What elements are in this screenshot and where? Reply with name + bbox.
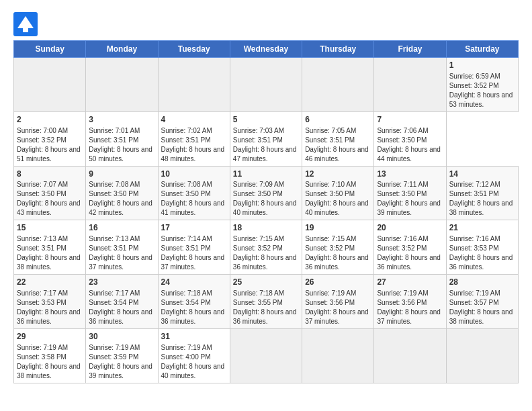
- daylight-text: Daylight: 8 hours and 48 minutes.: [161, 146, 225, 163]
- sunset-text: Sunset: 3:53 PM: [449, 244, 499, 252]
- daylight-text: Daylight: 8 hours and 53 minutes.: [449, 91, 513, 108]
- sunrise-text: Sunrise: 7:06 AM: [377, 127, 428, 134]
- day-number: 19: [305, 222, 371, 234]
- daylight-text: Daylight: 8 hours and 42 minutes.: [89, 199, 152, 216]
- sunrise-text: Sunrise: 7:13 AM: [17, 235, 68, 242]
- daylight-text: Daylight: 8 hours and 40 minutes.: [305, 199, 369, 216]
- sunset-text: Sunset: 4:00 PM: [161, 353, 211, 361]
- sunrise-text: Sunrise: 7:19 AM: [377, 289, 428, 297]
- sunset-text: Sunset: 3:51 PM: [449, 190, 499, 197]
- day-number: 2: [17, 114, 83, 126]
- calendar-week-6: 29Sunrise: 7:19 AMSunset: 3:58 PMDayligh…: [14, 328, 519, 383]
- sunset-text: Sunset: 3:51 PM: [233, 136, 283, 144]
- day-number: 27: [377, 277, 443, 288]
- sunrise-text: Sunrise: 7:16 AM: [449, 235, 500, 242]
- day-number: 16: [89, 222, 154, 234]
- daylight-text: Daylight: 8 hours and 38 minutes.: [449, 199, 513, 216]
- daylight-text: Daylight: 8 hours and 36 minutes.: [449, 254, 513, 271]
- sunset-text: Sunset: 3:52 PM: [305, 244, 355, 252]
- daylight-text: Daylight: 8 hours and 50 minutes.: [89, 146, 152, 163]
- weekday-header-thursday: Thursday: [302, 41, 374, 58]
- day-number: 21: [449, 222, 515, 234]
- daylight-text: Daylight: 8 hours and 37 minutes.: [161, 254, 225, 271]
- sunrise-text: Sunrise: 7:16 AM: [377, 235, 428, 242]
- sunset-text: Sunset: 3:50 PM: [377, 136, 427, 144]
- day-cell-18: 18Sunrise: 7:15 AMSunset: 3:52 PMDayligh…: [230, 220, 302, 275]
- sunset-text: Sunset: 3:51 PM: [305, 136, 355, 144]
- sunrise-text: Sunrise: 7:07 AM: [17, 181, 68, 188]
- empty-cell: [86, 58, 158, 112]
- daylight-text: Daylight: 8 hours and 39 minutes.: [377, 199, 441, 216]
- day-cell-31: 31Sunrise: 7:19 AMSunset: 4:00 PMDayligh…: [158, 328, 230, 383]
- day-number: 3: [89, 114, 154, 126]
- sunrise-text: Sunrise: 7:10 AM: [305, 181, 356, 188]
- daylight-text: Daylight: 8 hours and 37 minutes.: [377, 308, 441, 325]
- daylight-text: Daylight: 8 hours and 36 minutes.: [233, 254, 297, 271]
- day-cell-5: 5Sunrise: 7:03 AMSunset: 3:51 PMDaylight…: [230, 111, 302, 166]
- sunrise-text: Sunrise: 7:11 AM: [377, 181, 428, 188]
- sunset-text: Sunset: 3:51 PM: [17, 244, 66, 252]
- weekday-header-monday: Monday: [86, 41, 158, 58]
- sunrise-text: Sunrise: 7:19 AM: [161, 344, 212, 351]
- daylight-text: Daylight: 8 hours and 36 minutes.: [17, 308, 81, 325]
- day-number: 15: [17, 222, 83, 234]
- weekday-header-saturday: Saturday: [446, 41, 518, 58]
- page: SundayMondayTuesdayWednesdayThursdayFrid…: [0, 0, 532, 411]
- weekday-header-friday: Friday: [374, 41, 446, 58]
- calendar-header-row: SundayMondayTuesdayWednesdayThursdayFrid…: [14, 41, 519, 58]
- calendar-week-4: 15Sunrise: 7:13 AMSunset: 3:51 PMDayligh…: [14, 220, 519, 275]
- daylight-text: Daylight: 8 hours and 43 minutes.: [17, 199, 81, 216]
- sunset-text: Sunset: 3:50 PM: [89, 190, 138, 197]
- sunrise-text: Sunrise: 7:14 AM: [161, 235, 212, 242]
- day-number: 31: [161, 331, 227, 342]
- sunrise-text: Sunrise: 7:19 AM: [17, 344, 68, 351]
- sunrise-text: Sunrise: 7:15 AM: [233, 235, 284, 242]
- day-number: 23: [89, 277, 154, 288]
- calendar-table: SundayMondayTuesdayWednesdayThursdayFrid…: [13, 40, 519, 383]
- day-number: 26: [305, 277, 371, 288]
- sunrise-text: Sunrise: 7:19 AM: [89, 344, 140, 351]
- day-cell-30: 30Sunrise: 7:19 AMSunset: 3:59 PMDayligh…: [86, 328, 158, 383]
- daylight-text: Daylight: 8 hours and 37 minutes.: [305, 308, 369, 325]
- calendar-week-1: 1Sunrise: 6:59 AMSunset: 3:52 PMDaylight…: [14, 58, 519, 112]
- sunrise-text: Sunrise: 7:05 AM: [305, 127, 356, 134]
- daylight-text: Daylight: 8 hours and 38 minutes.: [17, 363, 81, 379]
- empty-cell: [230, 328, 302, 383]
- sunset-text: Sunset: 3:52 PM: [233, 244, 283, 252]
- day-number: 28: [449, 277, 515, 288]
- day-cell-19: 19Sunrise: 7:15 AMSunset: 3:52 PMDayligh…: [302, 220, 374, 275]
- day-cell-13: 13Sunrise: 7:11 AMSunset: 3:50 PMDayligh…: [374, 166, 446, 220]
- day-number: 22: [17, 277, 83, 288]
- daylight-text: Daylight: 8 hours and 39 minutes.: [89, 363, 152, 379]
- sunset-text: Sunset: 3:51 PM: [89, 244, 138, 252]
- day-cell-10: 10Sunrise: 7:08 AMSunset: 3:50 PMDayligh…: [158, 166, 230, 220]
- sunset-text: Sunset: 3:50 PM: [305, 190, 355, 197]
- sunset-text: Sunset: 3:54 PM: [161, 299, 211, 306]
- sunrise-text: Sunrise: 7:17 AM: [17, 289, 68, 297]
- day-number: 1: [449, 60, 515, 71]
- sunset-text: Sunset: 3:51 PM: [89, 136, 138, 144]
- sunrise-text: Sunrise: 7:00 AM: [17, 127, 68, 134]
- sunset-text: Sunset: 3:59 PM: [89, 353, 138, 361]
- empty-cell: [374, 58, 446, 112]
- daylight-text: Daylight: 8 hours and 44 minutes.: [377, 146, 441, 163]
- sunrise-text: Sunrise: 7:12 AM: [449, 181, 500, 188]
- daylight-text: Daylight: 8 hours and 36 minutes.: [89, 308, 152, 325]
- day-cell-17: 17Sunrise: 7:14 AMSunset: 3:51 PMDayligh…: [158, 220, 230, 275]
- logo-icon: [13, 12, 38, 36]
- day-cell-2: 2Sunrise: 7:00 AMSunset: 3:52 PMDaylight…: [14, 111, 86, 166]
- day-cell-9: 9Sunrise: 7:08 AMSunset: 3:50 PMDaylight…: [86, 166, 158, 220]
- day-number: 6: [305, 114, 371, 126]
- empty-cell: [14, 58, 86, 112]
- day-cell-28: 28Sunrise: 7:19 AMSunset: 3:57 PMDayligh…: [446, 275, 518, 329]
- day-number: 13: [377, 169, 443, 180]
- day-cell-20: 20Sunrise: 7:16 AMSunset: 3:52 PMDayligh…: [374, 220, 446, 275]
- sunset-text: Sunset: 3:51 PM: [161, 136, 211, 144]
- sunset-text: Sunset: 3:50 PM: [161, 190, 211, 197]
- day-cell-23: 23Sunrise: 7:17 AMSunset: 3:54 PMDayligh…: [86, 275, 158, 329]
- day-cell-11: 11Sunrise: 7:09 AMSunset: 3:50 PMDayligh…: [230, 166, 302, 220]
- sunrise-text: Sunrise: 7:18 AM: [161, 289, 212, 297]
- day-cell-21: 21Sunrise: 7:16 AMSunset: 3:53 PMDayligh…: [446, 220, 518, 275]
- day-cell-12: 12Sunrise: 7:10 AMSunset: 3:50 PMDayligh…: [302, 166, 374, 220]
- sunrise-text: Sunrise: 7:19 AM: [449, 289, 500, 297]
